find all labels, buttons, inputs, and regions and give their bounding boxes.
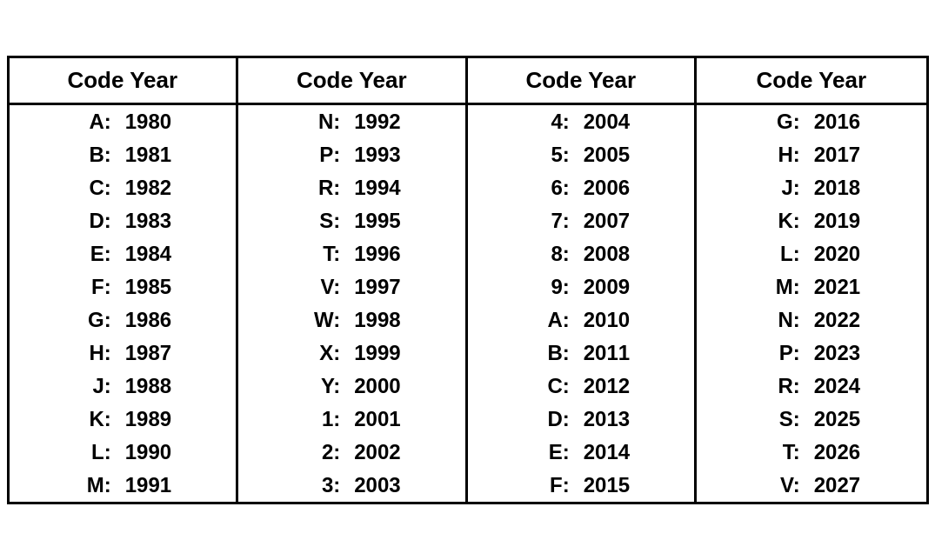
data-row: 3:2003 — [238, 469, 465, 502]
code-cell: 5: — [526, 143, 570, 167]
code-cell: K: — [68, 407, 111, 431]
data-row: T:1996 — [238, 237, 465, 270]
data-row: Y:2000 — [238, 370, 465, 403]
code-cell: 3: — [297, 473, 340, 497]
year-cell: 1989 — [125, 407, 177, 431]
year-cell: 2000 — [354, 374, 406, 398]
code-cell: H: — [68, 341, 111, 365]
code-cell: X: — [297, 341, 340, 365]
code-cell: F: — [68, 275, 111, 299]
year-cell: 2024 — [814, 374, 866, 398]
year-cell: 2001 — [354, 407, 406, 431]
code-cell: 4: — [526, 110, 570, 134]
year-cell: 2008 — [584, 242, 636, 266]
code-cell: H: — [757, 143, 800, 167]
data-row: L:2020 — [697, 237, 926, 270]
column-2: Code Year4:20045:20056:20067:20078:20089… — [468, 58, 698, 502]
year-cell: 1981 — [125, 143, 177, 167]
data-row: 4:2004 — [468, 105, 695, 138]
data-row: N:2022 — [697, 303, 926, 337]
data-row: E:2014 — [468, 436, 695, 469]
code-cell: C: — [526, 374, 570, 398]
year-cell: 2011 — [584, 341, 636, 365]
data-row: 8:2008 — [468, 237, 695, 270]
code-cell: Y: — [297, 374, 340, 398]
year-cell: 2004 — [584, 110, 636, 134]
data-row: S:2025 — [697, 403, 926, 436]
code-cell: V: — [297, 275, 340, 299]
column-body-3: G:2016H:2017J:2018K:2019L:2020M:2021N:20… — [697, 105, 926, 502]
data-row: F:2015 — [468, 469, 695, 502]
year-cell: 2002 — [354, 440, 406, 464]
data-row: D:2013 — [468, 403, 695, 436]
year-cell: 2025 — [814, 407, 866, 431]
year-cell: 1987 — [125, 341, 177, 365]
year-cell: 1997 — [354, 275, 406, 299]
code-cell: 7: — [526, 209, 570, 233]
year-cell: 2003 — [354, 473, 406, 497]
year-cell: 2015 — [584, 473, 636, 497]
code-cell: 6: — [526, 176, 570, 200]
year-cell: 2023 — [814, 341, 866, 365]
data-row: K:2019 — [697, 204, 926, 237]
code-cell: 1: — [297, 407, 340, 431]
year-cell: 1982 — [125, 176, 177, 200]
year-cell: 1993 — [354, 143, 406, 167]
code-cell: R: — [757, 374, 800, 398]
code-cell: J: — [68, 374, 111, 398]
data-row: 9:2009 — [468, 270, 695, 303]
column-header-1: Code Year — [238, 58, 465, 105]
code-cell: 2: — [297, 440, 340, 464]
data-row: L:1990 — [10, 436, 237, 469]
data-row: V:1997 — [238, 270, 465, 303]
data-row: G:1986 — [10, 303, 237, 337]
data-row: J:1988 — [10, 370, 237, 403]
code-cell: T: — [297, 242, 340, 266]
data-row: C:2012 — [468, 370, 695, 403]
code-cell: G: — [757, 110, 800, 134]
data-row: P:1993 — [238, 138, 465, 171]
column-1: Code YearN:1992P:1993R:1994S:1995T:1996V… — [238, 58, 468, 502]
data-row: N:1992 — [238, 105, 465, 138]
data-row: H:2017 — [697, 138, 926, 171]
data-row: R:2024 — [697, 370, 926, 403]
code-cell: S: — [757, 407, 800, 431]
code-cell: A: — [526, 308, 570, 332]
code-cell: B: — [68, 143, 111, 167]
data-row: K:1989 — [10, 403, 237, 436]
data-row: 2:2002 — [238, 436, 465, 469]
column-body-0: A:1980B:1981C:1982D:1983E:1984F:1985G:19… — [10, 105, 237, 502]
code-cell: T: — [757, 440, 800, 464]
code-year-table: Code YearA:1980B:1981C:1982D:1983E:1984F… — [7, 56, 929, 504]
data-row: D:1983 — [10, 204, 237, 237]
code-cell: A: — [68, 110, 111, 134]
year-cell: 2007 — [584, 209, 636, 233]
data-row: 1:2001 — [238, 403, 465, 436]
year-cell: 2020 — [814, 242, 866, 266]
year-cell: 1980 — [125, 110, 177, 134]
year-cell: 1985 — [125, 275, 177, 299]
year-cell: 1991 — [125, 473, 177, 497]
year-cell: 1988 — [125, 374, 177, 398]
year-cell: 1998 — [354, 308, 406, 332]
column-body-2: 4:20045:20056:20067:20078:20089:2009A:20… — [468, 105, 695, 502]
data-row: M:2021 — [697, 270, 926, 303]
year-cell: 1983 — [125, 209, 177, 233]
year-cell: 1996 — [354, 242, 406, 266]
data-row: B:2011 — [468, 337, 695, 370]
year-cell: 2021 — [814, 275, 866, 299]
code-cell: V: — [757, 473, 800, 497]
data-row: T:2026 — [697, 436, 926, 469]
data-row: X:1999 — [238, 337, 465, 370]
year-cell: 1992 — [354, 110, 406, 134]
data-row: A:2010 — [468, 303, 695, 337]
column-header-2: Code Year — [468, 58, 695, 105]
code-cell: W: — [297, 308, 340, 332]
data-row: M:1991 — [10, 469, 237, 502]
code-cell: N: — [757, 308, 800, 332]
code-cell: S: — [297, 209, 340, 233]
data-row: 7:2007 — [468, 204, 695, 237]
code-cell: 9: — [526, 275, 570, 299]
data-row: B:1981 — [10, 138, 237, 171]
data-row: C:1982 — [10, 171, 237, 204]
